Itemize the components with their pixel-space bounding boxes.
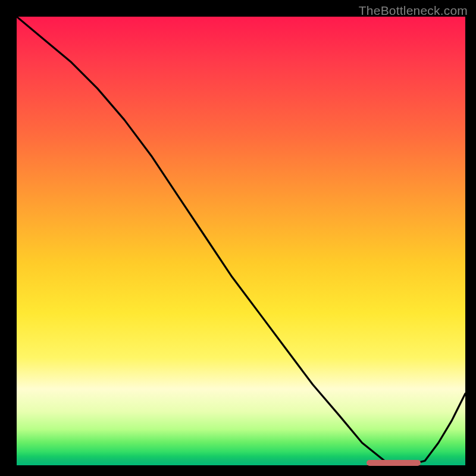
plot-area — [17, 17, 465, 465]
chart-container: TheBottleneck.com — [0, 0, 476, 476]
watermark-text: TheBottleneck.com — [359, 4, 468, 18]
optimal-range-marker — [367, 460, 420, 466]
bottleneck-curve — [17, 17, 465, 465]
